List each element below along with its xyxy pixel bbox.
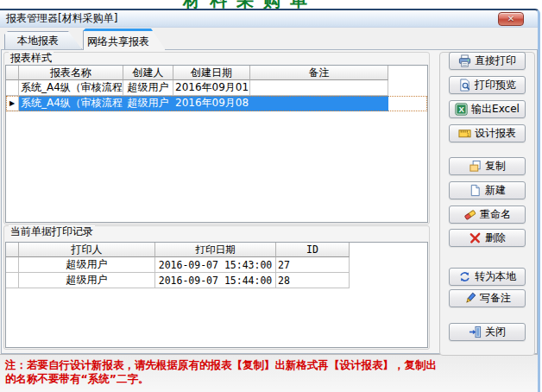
delete-label: 删除 bbox=[485, 231, 506, 245]
table-row[interactable]: 超级用户 2016-09-07 15:43:00 27 bbox=[6, 257, 427, 273]
pencil-icon bbox=[463, 292, 476, 305]
report-styles-header-row: 报表名称 创建人 创建日期 备注 bbox=[6, 66, 427, 80]
current-row-arrow-icon: ▶ bbox=[9, 99, 15, 107]
print-date-cell: 2016-09-07 15:44:00 bbox=[155, 273, 276, 288]
print-preview-label: 打印预览 bbox=[475, 78, 516, 92]
write-note-label: 写备注 bbox=[480, 291, 511, 306]
column-header-create-date[interactable]: 创建日期 bbox=[173, 66, 250, 80]
report-manager-dialog: 报表管理器[材料采购单] ✕ 本地报表 网络共享报表 报表样式 报表名称 创建人… bbox=[0, 9, 540, 392]
export-excel-button[interactable]: X 输出Excel bbox=[449, 100, 526, 118]
screen: 材料采购单 报表管理器[材料采购单] ✕ 本地报表 网络共享报表 报表样式 报表… bbox=[0, 0, 542, 392]
report-styles-group: 报表样式 报表名称 创建人 创建日期 备注 系统_A4纵（审核流程· 超 bbox=[3, 52, 430, 224]
rename-label: 重命名 bbox=[480, 207, 511, 222]
tab-local-reports[interactable]: 本地报表 bbox=[4, 31, 82, 49]
note-area: 注：若要自行设计新报表，请先根据原有的报表【复制】出新格式再【设计报表】，复制出… bbox=[0, 354, 538, 392]
note-cell bbox=[250, 96, 388, 111]
row-indicator-cell bbox=[6, 80, 19, 96]
id-cell: 27 bbox=[276, 257, 350, 273]
row-indicator-cell bbox=[6, 257, 19, 273]
svg-text:X: X bbox=[458, 105, 464, 114]
note-line-2: 的名称不要带有“系统”二字。 bbox=[5, 372, 533, 386]
write-note-button[interactable]: 写备注 bbox=[449, 289, 526, 307]
column-header-report-name[interactable]: 报表名称 bbox=[19, 66, 123, 80]
design-report-label: 设计报表 bbox=[475, 126, 516, 141]
design-report-button[interactable]: 1 设计报表 bbox=[449, 124, 526, 142]
sync-arrows-icon bbox=[458, 270, 471, 283]
background-window-strip: 材料采购单 bbox=[0, 0, 542, 9]
exit-door-icon bbox=[469, 326, 482, 338]
print-records-header-row: 打印人 打印日期 ID bbox=[6, 243, 427, 257]
delete-button[interactable]: 删除 bbox=[449, 229, 526, 247]
tab-page: 报表样式 报表名称 创建人 创建日期 备注 系统_A4纵（审核流程· 超 bbox=[1, 49, 538, 354]
column-header-id[interactable]: ID bbox=[276, 243, 350, 257]
id-cell: 28 bbox=[276, 273, 350, 288]
close-label: 关闭 bbox=[485, 325, 506, 339]
background-window-title: 材料采购单 bbox=[183, 0, 317, 9]
printer-icon bbox=[458, 54, 471, 67]
creator-cell: 超级用户 bbox=[123, 80, 173, 96]
title-bar[interactable]: 报表管理器[材料采购单] ✕ bbox=[0, 10, 538, 28]
copy-pages-icon bbox=[469, 160, 482, 173]
note-cell bbox=[250, 80, 388, 96]
close-icon[interactable]: ✕ bbox=[498, 12, 524, 26]
table-row[interactable]: 系统_A4纵（审核流程· 超级用户 2016年09月01日 bbox=[6, 80, 427, 96]
row-indicator-header bbox=[6, 243, 19, 257]
create-date-cell: 2016年09月01日 bbox=[173, 80, 250, 96]
creator-cell: 超级用户 bbox=[123, 96, 173, 111]
report-styles-grid[interactable]: 报表名称 创建人 创建日期 备注 系统_A4纵（审核流程· 超级用户 2016年… bbox=[5, 65, 428, 223]
copy-label: 复制 bbox=[485, 159, 506, 174]
red-x-icon bbox=[469, 231, 482, 244]
close-button[interactable]: 关闭 bbox=[449, 323, 526, 341]
new-button[interactable]: 新建 bbox=[449, 181, 526, 199]
print-records-grid[interactable]: 打印人 打印日期 ID 超级用户 2016-09-07 15:43:00 27 bbox=[5, 242, 428, 348]
table-row[interactable]: 超级用户 2016-09-07 15:44:00 28 bbox=[6, 273, 427, 288]
excel-icon: X bbox=[455, 103, 468, 116]
button-panel bbox=[439, 52, 535, 356]
tab-network-shared-reports[interactable]: 网络共享报表 bbox=[83, 28, 166, 50]
svg-text:1: 1 bbox=[467, 132, 470, 137]
row-indicator-cell bbox=[6, 273, 19, 288]
table-row-selected[interactable]: ▶ 系统_A4纵（审核流程· 超级用户 2016年09月08日 bbox=[6, 96, 427, 111]
export-excel-label: 输出Excel bbox=[471, 102, 520, 117]
report-name-cell: 系统_A4纵（审核流程· bbox=[19, 96, 123, 111]
print-preview-button[interactable]: 打印预览 bbox=[449, 76, 526, 94]
column-header-creator[interactable]: 创建人 bbox=[123, 66, 173, 80]
column-header-note[interactable]: 备注 bbox=[250, 66, 388, 80]
rename-button[interactable]: 重命名 bbox=[449, 205, 526, 224]
row-indicator-cell: ▶ bbox=[6, 96, 19, 111]
column-header-print-date[interactable]: 打印日期 bbox=[155, 243, 276, 257]
eraser-icon bbox=[463, 208, 476, 221]
new-document-icon bbox=[469, 184, 482, 197]
row-indicator-header bbox=[6, 66, 19, 80]
direct-print-label: 直接打印 bbox=[475, 54, 516, 68]
dialog-body: 本地报表 网络共享报表 报表样式 报表名称 创建人 创建日期 备注 bbox=[0, 28, 538, 392]
ruler-icon: 1 bbox=[458, 127, 471, 140]
print-records-group-title: 当前单据打印记录 bbox=[9, 225, 95, 237]
printer-cell: 超级用户 bbox=[19, 257, 155, 273]
note-line-1: 注：若要自行设计新报表，请先根据原有的报表【复制】出新格式再【设计报表】，复制出 bbox=[5, 358, 533, 372]
report-styles-group-title: 报表样式 bbox=[9, 52, 54, 64]
print-records-group: 当前单据打印记录 打印人 打印日期 ID 超级用户 2016-09-07 15:… bbox=[3, 225, 430, 350]
convert-to-local-label: 转为本地 bbox=[475, 269, 516, 284]
print-date-cell: 2016-09-07 15:43:00 bbox=[155, 257, 276, 273]
copy-button[interactable]: 复制 bbox=[449, 157, 526, 175]
column-header-printer[interactable]: 打印人 bbox=[19, 243, 155, 257]
printer-cell: 超级用户 bbox=[19, 273, 155, 288]
convert-to-local-button[interactable]: 转为本地 bbox=[449, 268, 526, 286]
create-date-cell: 2016年09月08日 bbox=[173, 96, 250, 111]
direct-print-button[interactable]: 直接打印 bbox=[449, 52, 526, 70]
new-label: 新建 bbox=[485, 183, 506, 198]
report-name-cell: 系统_A4纵（审核流程· bbox=[19, 80, 123, 96]
print-preview-icon bbox=[458, 79, 471, 92]
dialog-title: 报表管理器[材料采购单] bbox=[6, 11, 117, 26]
